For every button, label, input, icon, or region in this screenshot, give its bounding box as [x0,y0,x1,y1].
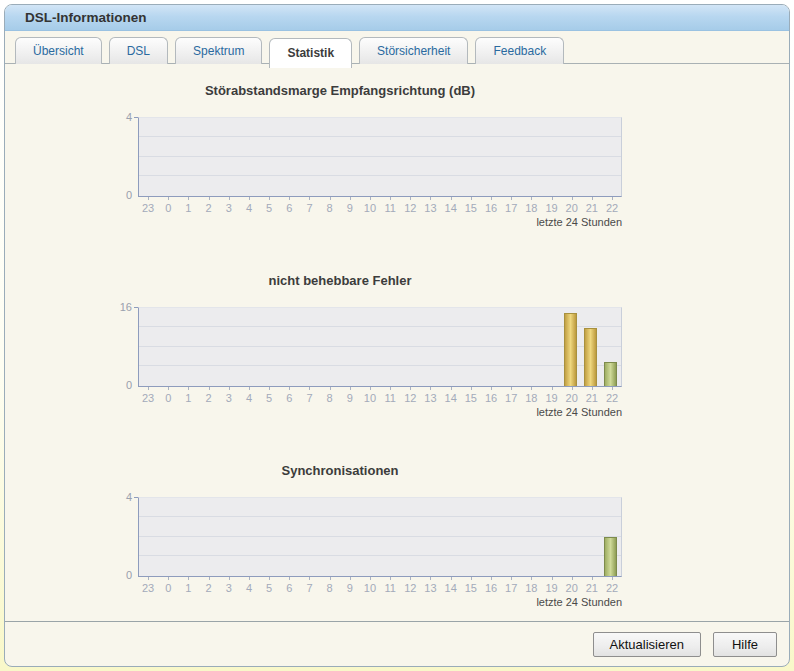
x-tick-label: 8 [320,199,340,214]
bar-hour-21 [584,328,597,387]
x-tick-label: 9 [340,579,360,594]
x-tick-label: 3 [219,389,239,404]
x-tick-label: 18 [521,199,541,214]
bar-hour-20 [564,313,577,386]
x-tick-label: 6 [279,199,299,214]
x-tick-label: 1 [178,389,198,404]
chart-title: nicht behebbare Fehler [40,273,640,288]
x-tick-label: 1 [178,579,198,594]
x-tick-label: 0 [158,389,178,404]
tab-statistik[interactable]: Statistik [269,38,352,68]
x-tick-label: 15 [461,199,481,214]
plot-wrap: 4 0 230123456789101112131415161718192021… [138,497,622,608]
plot-wrap: 16 0 23012345678910111213141516171819202… [138,307,622,418]
x-tick-label: 2 [199,579,219,594]
x-tick-label: 23 [138,389,158,404]
x-tick-label: 7 [299,199,319,214]
x-tick-label: 2 [199,199,219,214]
y-axis-min-label: 0 [126,379,132,391]
y-axis-max-label: 4 [126,491,132,503]
x-tick-label: 12 [400,199,420,214]
x-tick-label: 11 [380,199,400,214]
chart-uncorrectable-errors: nicht behebbare Fehler 16 0 230123456789… [40,273,640,418]
chart-snr-margin: Störabstandsmarge Empfangsrichtung (dB) … [40,83,640,228]
x-tick-label: 22 [602,579,622,594]
x-axis-labels: 23012345678910111213141516171819202122 [138,579,622,594]
x-tick-label: 9 [340,389,360,404]
x-tick-label: 20 [562,389,582,404]
plot-area [138,307,622,387]
dsl-information-window: DSL-Informationen Übersicht DSL Spektrum… [4,4,790,667]
button-bar: Aktualisieren Hilfe [5,621,789,666]
chart-title: Störabstandsmarge Empfangsrichtung (dB) [40,83,640,98]
x-tick-label: 13 [420,389,440,404]
x-tick-label: 17 [501,389,521,404]
x-tick-label: 7 [299,579,319,594]
x-tick-label: 3 [219,199,239,214]
tab-stoersicherheit[interactable]: Störsicherheit [359,37,468,64]
x-tick-label: 8 [320,389,340,404]
x-axis-note: letzte 24 Stunden [138,216,622,228]
x-tick-label: 15 [461,579,481,594]
x-axis-note: letzte 24 Stunden [138,406,622,418]
x-tick-label: 11 [380,389,400,404]
x-tick-label: 22 [602,389,622,404]
chart-synchronisations: Synchronisationen 4 0 230123456789101112… [40,463,640,608]
x-tick-label: 4 [239,199,259,214]
x-tick-label: 21 [582,199,602,214]
bars-layer [139,308,621,386]
x-tick-label: 19 [541,579,561,594]
x-tick-label: 10 [360,199,380,214]
x-tick-label: 0 [158,579,178,594]
x-tick-label: 23 [138,579,158,594]
x-tick-label: 20 [562,579,582,594]
x-tick-label: 23 [138,199,158,214]
x-tick-label: 21 [582,579,602,594]
bar-hour-22 [604,362,617,386]
y-axis-max-label: 4 [126,111,132,123]
x-tick-label: 17 [501,199,521,214]
x-tick-label: 18 [521,389,541,404]
plot-wrap: 4 0 230123456789101112131415161718192021… [138,117,622,228]
x-axis-labels: 23012345678910111213141516171819202122 [138,389,622,404]
help-button[interactable]: Hilfe [713,632,777,657]
tab-uebersicht[interactable]: Übersicht [15,37,102,64]
tab-panel-statistik: Störabstandsmarge Empfangsrichtung (dB) … [5,68,789,621]
x-tick-label: 16 [481,389,501,404]
x-tick-label: 3 [219,579,239,594]
x-tick-label: 18 [521,579,541,594]
y-axis-max-label: 16 [120,301,132,313]
x-tick-label: 10 [360,579,380,594]
refresh-button[interactable]: Aktualisieren [593,632,701,657]
x-axis-note: letzte 24 Stunden [138,596,622,608]
tab-spektrum[interactable]: Spektrum [175,37,262,64]
x-tick-label: 9 [340,199,360,214]
x-axis-labels: 23012345678910111213141516171819202122 [138,199,622,214]
x-tick-label: 14 [441,199,461,214]
x-tick-label: 20 [562,199,582,214]
plot-area [138,497,622,577]
y-axis-min-label: 0 [126,569,132,581]
chart-title: Synchronisationen [40,463,640,478]
x-tick-label: 5 [259,389,279,404]
x-tick-label: 12 [400,579,420,594]
x-tick-label: 4 [239,389,259,404]
x-tick-label: 16 [481,199,501,214]
x-tick-label: 5 [259,199,279,214]
x-tick-label: 22 [602,199,622,214]
page-title: DSL-Informationen [25,10,147,25]
x-tick-label: 14 [441,579,461,594]
x-tick-label: 8 [320,579,340,594]
x-tick-label: 2 [199,389,219,404]
tab-feedback[interactable]: Feedback [475,37,564,64]
plot-area [138,117,622,197]
window-titlebar: DSL-Informationen [5,5,789,31]
x-tick-label: 11 [380,579,400,594]
x-tick-label: 19 [541,389,561,404]
x-tick-label: 19 [541,199,561,214]
tab-dsl[interactable]: DSL [109,37,168,64]
x-tick-label: 0 [158,199,178,214]
x-tick-label: 14 [441,389,461,404]
x-tick-label: 21 [582,389,602,404]
x-tick-label: 10 [360,389,380,404]
